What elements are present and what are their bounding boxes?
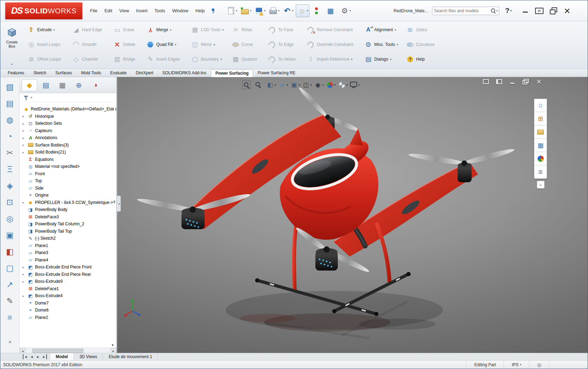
- expand-arrow-icon[interactable]: ▸: [22, 294, 27, 298]
- help-button[interactable]: ? ▾: [505, 7, 512, 15]
- tree-item[interactable]: ▸ Boss-Extrude9: [20, 278, 116, 285]
- ribbon-button[interactable]: Bridge ▾: [111, 53, 141, 66]
- ribbon-button[interactable]: Zebra ▾: [404, 23, 440, 36]
- ribbon-button[interactable]: Merge ▾: [144, 23, 185, 36]
- minimize-icon[interactable]: [520, 6, 531, 16]
- hud-button[interactable]: ▾: [314, 81, 324, 89]
- left-tool-button[interactable]: [3, 196, 17, 209]
- create-box-button[interactable]: Create Box ▾: [2, 22, 22, 67]
- ribbon-button[interactable]: Relax ▾: [229, 23, 262, 36]
- units-caret-icon[interactable]: ▾: [520, 363, 521, 366]
- featuremanager-icon[interactable]: [22, 79, 37, 91]
- left-tool-button[interactable]: [3, 81, 17, 93]
- document-tab[interactable]: Etude de mouvement 1: [103, 353, 158, 360]
- expand-arrow-icon[interactable]: ▸: [22, 143, 27, 147]
- hud-button[interactable]: ▾: [278, 81, 288, 89]
- dropdown-caret-icon[interactable]: ▾: [278, 9, 279, 12]
- hud-button[interactable]: ▾: [326, 81, 336, 89]
- dropdown-caret-icon[interactable]: ▾: [351, 58, 353, 61]
- ribbon-button[interactable]: Override Constraint ▾: [305, 38, 358, 51]
- feature-tree-filter[interactable]: ▾: [20, 93, 116, 102]
- tree-item[interactable]: ▸ Annotations: [20, 134, 116, 142]
- ribbon-button[interactable]: Delete ▾: [111, 38, 141, 51]
- home-icon[interactable]: [534, 99, 547, 112]
- view-palette-icon[interactable]: [534, 139, 547, 152]
- dropdown-caret-icon[interactable]: ▾: [334, 83, 336, 87]
- dropdown-caret-icon[interactable]: ▾: [236, 9, 237, 12]
- command-tab[interactable]: Mold Tools: [76, 69, 105, 77]
- menu-item[interactable]: Help: [195, 8, 205, 13]
- tree-item[interactable]: ▸ PowerBody Body: [20, 206, 116, 213]
- tree-item[interactable]: ▸ Equations: [20, 156, 116, 163]
- panel-collapse-flap[interactable]: ◂: [117, 196, 121, 212]
- expand-arrow-icon[interactable]: ▸: [22, 272, 27, 276]
- expand-arrow-icon[interactable]: ▸: [22, 265, 27, 269]
- hud-button[interactable]: ▾: [266, 81, 276, 89]
- ribbon-button[interactable]: Quad Fill ▾: [144, 38, 185, 51]
- quick-tool-button[interactable]: ▾: [226, 6, 238, 16]
- command-tab[interactable]: SOLIDWORKS Add-Ins: [158, 69, 211, 77]
- quick-tool-button[interactable]: ▾: [311, 6, 323, 16]
- float-window-icon[interactable]: [481, 78, 490, 86]
- expand-arrow-icon[interactable]: ▸: [22, 136, 27, 140]
- dropdown-caret-icon[interactable]: ▾: [222, 28, 224, 32]
- left-tool-button[interactable]: [3, 146, 17, 159]
- quick-tool-button[interactable]: ▾: [339, 6, 351, 16]
- tree-item[interactable]: ▸ PowerBody Tail Column_2: [20, 220, 116, 228]
- tree-item[interactable]: ▸ Dome6: [20, 307, 116, 314]
- restore-icon[interactable]: [548, 6, 559, 16]
- command-tab[interactable]: Features: [3, 69, 29, 77]
- tree-item[interactable]: ▸ Capteurs: [20, 127, 116, 135]
- left-tool-button[interactable]: [3, 262, 17, 274]
- ribbon-button[interactable]: Help ▾: [404, 53, 440, 66]
- command-tab[interactable]: Power Surfacing: [211, 69, 253, 77]
- drone-model[interactable]: [117, 77, 588, 354]
- ribbon-button[interactable]: To Edge ▾: [266, 38, 301, 51]
- propeller-right[interactable]: [408, 147, 515, 182]
- tree-scroll-down-icon[interactable]: ▾: [112, 343, 114, 347]
- expand-arrow-icon[interactable]: ▸: [22, 280, 27, 283]
- tree-item[interactable]: ▸ (-) Sketch2: [20, 235, 116, 242]
- hud-button[interactable]: ▾: [337, 81, 348, 89]
- menu-item[interactable]: Tools: [155, 8, 165, 13]
- ribbon-button[interactable]: To Vertex ▾: [266, 53, 301, 66]
- document-tab[interactable]: Model: [50, 353, 74, 360]
- dropdown-caret-icon[interactable]: ▾: [170, 28, 171, 32]
- dropdown-caret-icon[interactable]: ▾: [395, 28, 396, 32]
- left-tool-button[interactable]: [3, 212, 17, 225]
- quick-tool-button[interactable]: ▾: [296, 5, 309, 17]
- dropdown-caret-icon[interactable]: ▾: [275, 83, 276, 87]
- tree-item[interactable]: ▸ Plane3: [20, 249, 116, 257]
- next-icon[interactable]: [35, 354, 41, 359]
- tree-item[interactable]: ▸ Historique: [20, 113, 116, 120]
- tree-item[interactable]: ▸ DeleteFace1: [20, 285, 116, 293]
- ribbon-button[interactable]: Misc. Tools ▾: [362, 38, 400, 51]
- tree-item[interactable]: ▸ Boss-Extrude4: [20, 292, 116, 300]
- quick-tool-button[interactable]: ▾: [240, 6, 252, 16]
- ribbon-button[interactable]: Mirror ▾: [189, 38, 226, 51]
- dropdown-caret-icon[interactable]: ▾: [287, 83, 288, 87]
- search-dropdown-caret-icon[interactable]: ▾: [496, 9, 498, 12]
- tile-window-icon[interactable]: [494, 78, 504, 86]
- ribbon-button[interactable]: Offset Loops ▾: [25, 53, 66, 66]
- dropdown-caret-icon[interactable]: ▾: [214, 43, 215, 46]
- menu-item[interactable]: Edit: [104, 8, 112, 13]
- tree-item[interactable]: ▸ Boss-Extrude End Piece Front: [20, 264, 116, 271]
- tree-item[interactable]: ▸ Dome7: [20, 300, 116, 307]
- dimxpertmanager-icon[interactable]: [71, 79, 87, 91]
- dropdown-caret-icon[interactable]: ▾: [292, 9, 293, 12]
- dropdown-caret-icon[interactable]: ▾: [299, 83, 300, 87]
- create-box-caret-icon[interactable]: ▾: [11, 63, 13, 66]
- command-tab[interactable]: Sketch: [29, 69, 51, 77]
- command-tab[interactable]: Surfaces: [51, 69, 76, 77]
- document-tab[interactable]: 3D Views: [74, 353, 103, 360]
- task-pane-collapse-button[interactable]: «: [537, 181, 545, 189]
- search-icon[interactable]: [491, 8, 496, 14]
- quick-tool-button[interactable]: ▾: [268, 6, 280, 16]
- status-tag-icon[interactable]: [537, 362, 541, 368]
- tree-item[interactable]: ▸ PROPELLER - 8x4.5 CCW_Symétrique->?: [20, 199, 116, 206]
- hud-button[interactable]: ▾: [302, 81, 312, 89]
- ribbon-button[interactable]: Import Reference ▾: [305, 53, 358, 66]
- tree-root-item[interactable]: RedDrone_Materials (Défaut<<Défaut>_Etat…: [20, 105, 116, 113]
- command-tab[interactable]: Evaluate: [106, 69, 131, 77]
